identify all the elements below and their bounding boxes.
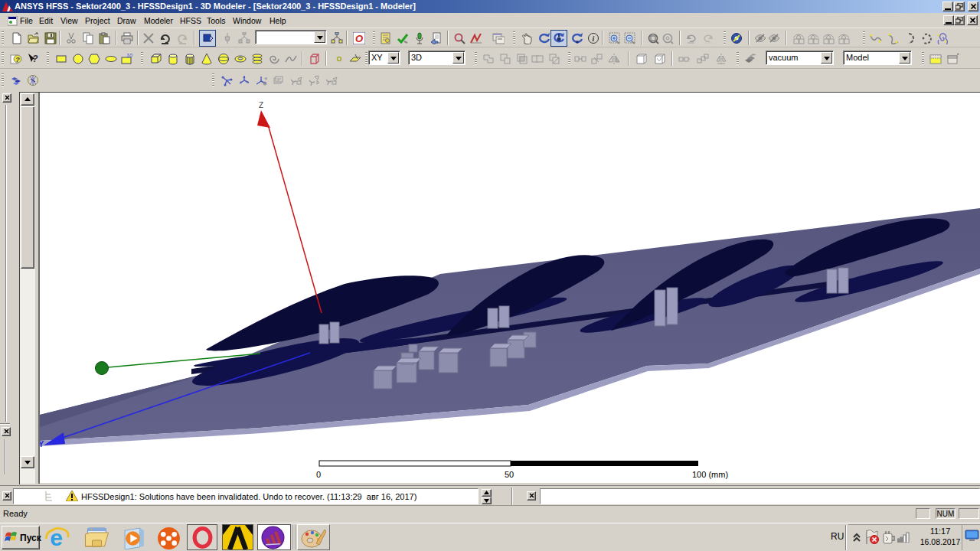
svg-text:Z: Z (259, 101, 263, 109)
svg-text:Y: Y (40, 439, 44, 448)
svg-text:100 (mm): 100 (mm) (692, 470, 728, 479)
svg-text:0: 0 (316, 470, 321, 479)
svg-text:50: 50 (505, 470, 514, 479)
